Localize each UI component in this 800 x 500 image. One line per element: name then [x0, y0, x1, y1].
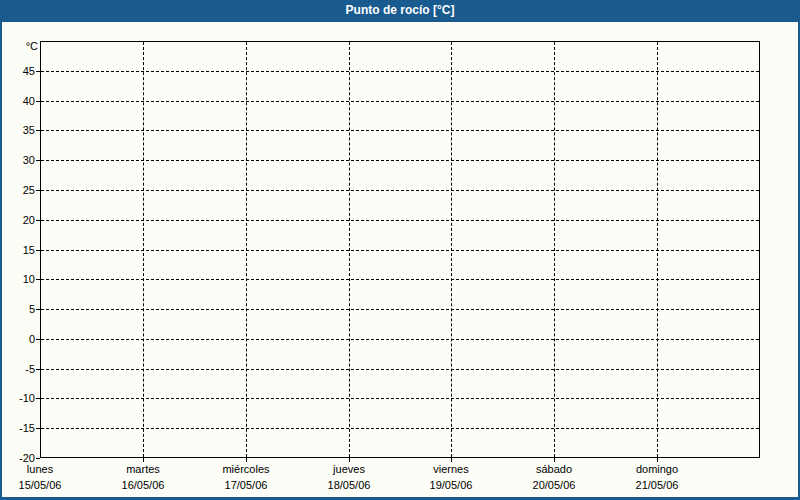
y-tick--15 [36, 428, 40, 429]
y-gridline--15 [41, 428, 759, 429]
x-date-label-16-05-06: 16/05/06 [88, 478, 198, 492]
y-gridline--10 [41, 398, 759, 399]
y-tick-label-40: 40 [0, 94, 35, 108]
y-tick-label--10: -10 [0, 391, 35, 405]
y-axis-unit-label: °C [0, 39, 38, 53]
y-gridline-10 [41, 279, 759, 280]
y-tick-label--15: -15 [0, 421, 35, 435]
x-gridline-2 [246, 42, 247, 457]
x-gridline-3 [349, 42, 350, 457]
x-day-label-jueves: jueves [294, 462, 404, 476]
chart-layer: °C 454035302520151050-5-10-15-20lunes15/… [0, 0, 800, 500]
y-tick--20 [36, 458, 40, 459]
y-tick-label-25: 25 [0, 183, 35, 197]
x-day-label-lunes: lunes [0, 462, 95, 476]
x-gridline-5 [554, 42, 555, 457]
y-gridline--5 [41, 369, 759, 370]
y-tick-45 [36, 71, 40, 72]
y-gridline-25 [41, 190, 759, 191]
y-tick-25 [36, 190, 40, 191]
x-gridline-6 [657, 42, 658, 457]
x-day-label-martes: martes [88, 462, 198, 476]
y-gridline-45 [41, 71, 759, 72]
y-gridline-15 [41, 250, 759, 251]
x-date-label-20-05-06: 20/05/06 [499, 478, 609, 492]
x-day-label-miércoles: miércoles [191, 462, 301, 476]
y-gridline-5 [41, 309, 759, 310]
x-gridline-4 [451, 42, 452, 457]
y-gridline-40 [41, 101, 759, 102]
y-tick-label-10: 10 [0, 272, 35, 286]
y-tick-label-45: 45 [0, 64, 35, 78]
y-tick-label-5: 5 [0, 302, 35, 316]
y-tick-30 [36, 160, 40, 161]
y-tick-label--5: -5 [0, 362, 35, 376]
y-tick-20 [36, 220, 40, 221]
y-tick-10 [36, 279, 40, 280]
x-day-label-viernes: viernes [396, 462, 506, 476]
y-tick-15 [36, 250, 40, 251]
y-gridline-30 [41, 160, 759, 161]
x-date-label-17-05-06: 17/05/06 [191, 478, 301, 492]
x-gridline-1 [143, 42, 144, 457]
y-tick-0 [36, 339, 40, 340]
y-tick-label-20: 20 [0, 213, 35, 227]
x-date-label-19-05-06: 19/05/06 [396, 478, 506, 492]
y-tick--5 [36, 369, 40, 370]
y-tick-label-35: 35 [0, 123, 35, 137]
y-tick--10 [36, 398, 40, 399]
y-gridline-20 [41, 220, 759, 221]
y-tick-5 [36, 309, 40, 310]
x-day-label-sábado: sábado [499, 462, 609, 476]
x-date-label-15-05-06: 15/05/06 [0, 478, 95, 492]
chart-window: Punto de rocío [°C] °C 45403530252015105… [0, 0, 800, 500]
x-date-label-18-05-06: 18/05/06 [294, 478, 404, 492]
y-tick-label-30: 30 [0, 153, 35, 167]
y-gridline-35 [41, 130, 759, 131]
x-day-label-domingo: domingo [602, 462, 712, 476]
y-tick-40 [36, 101, 40, 102]
y-tick-label-15: 15 [0, 243, 35, 257]
x-date-label-21-05-06: 21/05/06 [602, 478, 712, 492]
y-tick-label-0: 0 [0, 332, 35, 346]
y-gridline-0 [41, 339, 759, 340]
y-tick-35 [36, 130, 40, 131]
